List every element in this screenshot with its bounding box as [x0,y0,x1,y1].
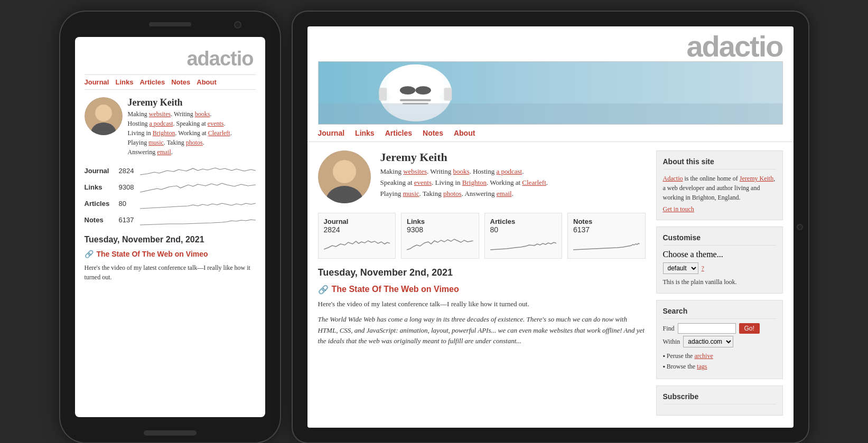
link-icon: 🔗 [85,250,94,259]
search-go-button[interactable]: Go! [739,323,760,334]
stat-label-links: Links [85,183,119,191]
t-events-link[interactable]: events [414,178,432,186]
stat-label-articles: Articles [85,200,119,208]
phone-nav-articles[interactable]: Articles [139,78,165,86]
t-email-link[interactable]: email [497,190,512,197]
stat-num-links: 9308 [119,183,140,191]
tablet-sidebar: About this site Adactio is the online ho… [656,150,783,419]
search-input[interactable] [678,323,736,334]
websites-link[interactable]: websites [149,110,171,118]
tablet-nav-about[interactable]: About [454,129,475,137]
svg-point-1 [95,105,112,121]
t-photos-link[interactable]: photos [443,190,462,197]
search-row: Find Go! [663,323,776,334]
tablet-article-title[interactable]: The State Of The Web on Vimeo [332,285,459,294]
sidebar-about-title: About this site [663,157,776,169]
archive-link[interactable]: archive [694,352,713,360]
theme-help-link[interactable]: ? [702,265,704,272]
phone-nav-notes[interactable]: Notes [171,78,190,86]
phone-nav-links[interactable]: Links [115,78,133,86]
sparkline-articles [140,197,256,210]
stat-card-notes: Notes 6137 [567,213,646,259]
tablet-device: adactio [292,11,809,443]
stat-card-num-articles: 80 [490,225,557,234]
phone-article-excerpt: Here's the video of my latest conference… [85,263,256,282]
stat-card-links: Links 9308 [401,213,479,259]
customise-row: default ? [663,262,776,274]
profile-name: Jeremy Keith [128,97,232,108]
clearleft-link[interactable]: Clearleft [208,129,230,137]
choose-theme-label: Choose a theme... [663,250,723,259]
phone-article-link: 🔗 The State Of The Web on Vimeo [85,250,256,259]
adactio-link[interactable]: Adactio [663,175,683,182]
sparkline-links [140,181,256,194]
t-music-link[interactable]: music [403,190,419,197]
phone-logo: adactio [85,48,256,70]
tablet-profile-bio: Making websites. Writing books. Hosting … [380,166,548,199]
search-links: Peruse the archive Browse the tags [663,351,776,372]
events-link[interactable]: events [208,120,224,127]
music-link[interactable]: music [148,139,164,146]
tablet-profile-text: Jeremy Keith Making websites. Writing bo… [380,150,548,199]
stat-card-journal: Journal 2824 [318,213,396,259]
tablet-camera [797,224,803,230]
phone-article-title[interactable]: The State Of The Web on Vimeo [97,250,208,258]
tablet-inner: adactio [307,26,794,428]
phone-nav-about[interactable]: About [197,78,217,86]
t-brighton-link[interactable]: Brighton [462,178,487,186]
phone-nav: Journal Links Articles Notes About [85,74,256,90]
within-row: Within adactio.com [663,336,776,347]
t-podcast-link[interactable]: a podcast [496,167,522,175]
get-in-touch-link[interactable]: Get in touch [663,205,776,213]
t-clearleft-link[interactable]: Clearleft [522,178,546,186]
t-books-link[interactable]: books [453,167,469,175]
stat-card-spark-notes [573,236,640,252]
phone-article-date: Tuesday, November 2nd, 2021 [85,235,256,244]
theme-select[interactable]: default [663,262,698,274]
phone-camera [234,21,241,29]
tablet-nav-articles[interactable]: Articles [385,129,412,137]
phone-nav-journal[interactable]: Journal [85,78,109,86]
t-websites-link[interactable]: websites [403,167,427,175]
tags-link[interactable]: tags [697,363,707,370]
podcast-link[interactable]: a podcast [150,120,173,127]
tablet-profile: Jeremy Keith Making websites. Writing bo… [318,150,646,203]
hero-stormtrooper-svg [319,62,782,124]
theme-description: This is the plain vanilla look. [663,277,776,287]
profile-text: Jeremy Keith Making websites. Writing bo… [128,97,232,157]
phone-home-button[interactable] [144,430,197,436]
stat-card-label-journal: Journal [324,218,390,225]
tablet-nav-links[interactable]: Links [355,129,375,137]
devices-wrapper: adactio Journal Links Articles Notes Abo… [59,11,809,443]
tablet-body: Jeremy Keith Making websites. Writing bo… [307,142,794,428]
jeremy-keith-link[interactable]: Jeremy Keith [740,175,773,182]
sidebar-customise-title: Customise [663,233,776,246]
stat-num-articles: 80 [119,200,140,208]
stat-row-notes: Notes 6137 [85,213,256,227]
tablet-article-link-row: 🔗 The State Of The Web on Vimeo [318,285,646,295]
sidebar-search-title: Search [663,307,776,319]
stat-card-articles: Articles 80 [484,213,563,259]
stat-num-journal: 2824 [119,167,140,175]
tablet-logo: adactio [318,32,783,61]
stat-card-num-links: 9308 [407,225,473,234]
tablet-article-excerpt: Here's the video of my latest conference… [318,299,646,310]
books-link[interactable]: books [195,110,210,118]
tablet-nav-notes[interactable]: Notes [423,129,443,137]
stat-card-label-links: Links [407,218,473,225]
brighton-link[interactable]: Brighton [153,129,175,137]
tablet-screen: adactio [307,26,794,428]
email-link[interactable]: email [157,148,171,156]
sparkline-notes [140,213,256,227]
stat-label-notes: Notes [85,216,119,224]
stat-card-spark-journal [324,236,390,252]
tablet-link-icon: 🔗 [318,285,329,295]
tablet-avatar [318,150,371,203]
find-label: Find [663,325,675,333]
tablet-main: Jeremy Keith Making websites. Writing bo… [318,150,646,419]
photos-link[interactable]: photos [186,139,203,146]
tablet-article-date: Tuesday, November 2nd, 2021 [318,267,646,278]
within-select[interactable]: adactio.com [683,336,733,347]
tablet-nav-journal[interactable]: Journal [318,129,345,137]
phone-avatar [85,97,123,135]
